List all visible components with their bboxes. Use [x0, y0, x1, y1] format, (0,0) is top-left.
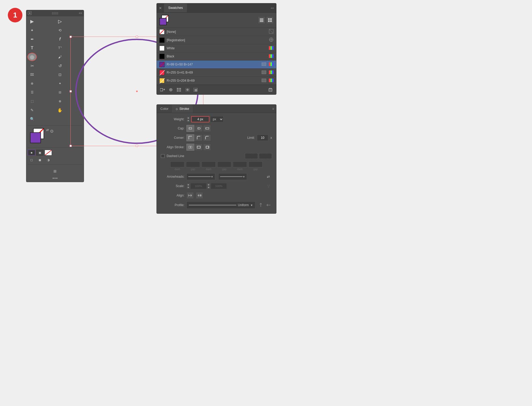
gap-input-1[interactable] [186, 162, 200, 167]
gradient-mode-button[interactable]: ▣ [36, 150, 44, 156]
zoom-tool[interactable]: 🔍 [27, 115, 37, 123]
scale-tool[interactable]: ⌧ [27, 70, 37, 79]
swap-colors-button[interactable]: ⇄ [46, 128, 49, 132]
direct-selection-tool[interactable]: ▷ [55, 17, 65, 26]
scale2-decrement[interactable]: ▼ [207, 186, 210, 189]
toolbar-close-button[interactable]: ✕ [28, 11, 32, 15]
arrowhead-start-dropdown[interactable]: ▼ [186, 173, 215, 180]
bevel-corner-button[interactable] [203, 134, 211, 141]
swatch-libraries-button[interactable] [159, 87, 166, 93]
toolbar-collapse-button[interactable]: << [79, 11, 82, 15]
swatch-item-purple[interactable]: R=99 G=50 B=147 [157, 61, 276, 69]
type-tool-2[interactable]: T [27, 44, 37, 52]
swatch-item-registration[interactable]: [Registration] [157, 36, 276, 44]
eyedropper-tool[interactable]: ✎ [27, 106, 37, 114]
dashed-line-row: Dashed Line [161, 153, 272, 159]
symbol-tool[interactable]: ✦ [55, 79, 65, 88]
pen-tool[interactable]: ✒ [27, 35, 37, 43]
arrowhead-end-dropdown[interactable]: ▼ [218, 173, 247, 180]
more-options-button[interactable] [52, 177, 58, 180]
scale1-decrement[interactable]: ▼ [186, 186, 190, 189]
swatch-item-yellow[interactable]: R=255 G=204 B=69 [157, 77, 276, 85]
stroke-color[interactable] [30, 132, 41, 143]
round-cap-button[interactable] [195, 125, 203, 132]
butt-cap-button[interactable] [186, 125, 194, 132]
type-tool[interactable]: f [55, 35, 65, 43]
align-stroke-row: Align Stroke: [161, 144, 272, 151]
profile-dropdown[interactable]: Uniform ▼ [186, 201, 255, 209]
mesh-tool[interactable]: ⊕ [55, 97, 65, 105]
swatches-tab[interactable]: Swatches [164, 4, 187, 12]
show-swatch-kinds-button[interactable] [167, 87, 174, 93]
paintbrush-tool[interactable]: 🖌 [55, 53, 65, 61]
swatch-item-white[interactable]: White [157, 44, 276, 52]
delete-swatch-button[interactable] [267, 87, 274, 93]
swatch-options-button[interactable] [192, 87, 200, 93]
color-mode-button[interactable]: ■ [28, 150, 35, 156]
align-outside-button[interactable] [203, 144, 211, 151]
align-right-arrow-button[interactable] [196, 192, 203, 199]
swatch-grid-view-button[interactable] [266, 16, 274, 24]
weight-input[interactable] [191, 116, 209, 122]
arrowhead-swap-button[interactable]: ⇄ [265, 173, 272, 180]
color-tab[interactable]: Color [157, 105, 172, 113]
new-swatch-button[interactable] [184, 87, 191, 93]
width-tool[interactable]: ⊕ [27, 79, 37, 88]
projecting-cap-button[interactable] [203, 125, 211, 132]
svg-line-10 [269, 29, 273, 33]
new-color-group-button[interactable] [176, 87, 183, 93]
preview-view-button[interactable]: ◼ [36, 157, 44, 163]
svg-rect-23 [269, 62, 270, 66]
magic-wand-tool[interactable]: ✦ [27, 26, 37, 34]
cap-button-group [186, 125, 211, 132]
reset-colors-button[interactable]: ⊙ [50, 129, 53, 134]
hand-tool[interactable]: ✋ [55, 106, 65, 114]
dash-input-2[interactable] [202, 162, 216, 167]
limit-input[interactable] [257, 135, 268, 141]
gap-input-2[interactable] [217, 162, 231, 167]
round-corner-button[interactable] [195, 134, 203, 141]
align-inside-button[interactable] [195, 144, 203, 151]
column-graph-tool[interactable]: ☰ [27, 88, 37, 97]
dashed-line-checkbox[interactable] [161, 154, 165, 158]
artboard-tool[interactable]: ⊟ [55, 88, 65, 97]
ellipse-tool[interactable]: ⬤ [27, 53, 37, 61]
swatch-item-black[interactable]: Black [157, 52, 276, 61]
swatch-item-red[interactable]: R=255 G=41 B=69 [157, 69, 276, 77]
none-mode-button[interactable] [45, 150, 52, 156]
flip-profile-vertical-button[interactable] [265, 202, 272, 208]
scissors-tool[interactable]: ✂ [27, 62, 37, 70]
layer-button[interactable]: ⊞ [50, 167, 60, 175]
dash-input-3[interactable] [233, 162, 247, 167]
align-center-button[interactable] [186, 144, 194, 151]
lasso-tool[interactable]: ⟲ [55, 26, 65, 34]
swatch-stroke-color[interactable] [159, 18, 167, 25]
warp-tool[interactable]: ⊡ [55, 70, 65, 79]
stroke-tab[interactable]: ◇ Stroke [172, 105, 193, 113]
scale-input-1[interactable] [191, 183, 206, 189]
slice-tool[interactable]: ⬚ [27, 97, 37, 105]
weight-increment-button[interactable]: ▲ [186, 116, 190, 119]
dash-preset-2[interactable] [259, 153, 272, 159]
weight-decrement-button[interactable]: ▼ [186, 119, 190, 122]
rotate-tool[interactable]: ↺ [55, 62, 65, 70]
selection-tool[interactable]: ▶ [27, 17, 37, 26]
miter-corner-button[interactable] [186, 134, 194, 141]
scale-input-2[interactable] [211, 183, 227, 189]
weight-unit-dropdown[interactable]: px pt mm [210, 116, 223, 122]
mask-view-button[interactable]: ◑ [45, 157, 52, 163]
flip-profile-button[interactable] [257, 202, 264, 208]
stroke-panel-menu[interactable]: ≡ [270, 105, 276, 113]
align-left-arrow-button[interactable] [186, 192, 194, 199]
dash-preset-1[interactable] [245, 153, 258, 159]
dash-input-1[interactable] [170, 162, 184, 167]
scale1-increment[interactable]: ▲ [186, 183, 190, 186]
swatch-item-none[interactable]: [None] [157, 28, 276, 36]
swatches-panel-close[interactable]: ✕ [159, 6, 162, 10]
swatches-panel-collapse[interactable]: << [271, 7, 274, 10]
gap-input-3[interactable] [249, 162, 263, 167]
normal-view-button[interactable]: ◻ [28, 157, 35, 163]
area-type-tool[interactable]: T⌝ [55, 44, 65, 52]
scale2-increment[interactable]: ▲ [207, 183, 210, 186]
swatch-list-view-button[interactable] [258, 16, 265, 24]
